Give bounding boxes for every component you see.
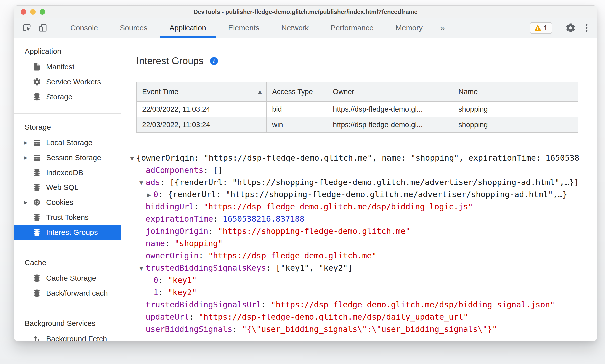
tree-text-segment: trustedBiddingSignalsKeys xyxy=(146,263,266,273)
table-row[interactable]: 22/03/2022, 11:03:24bidhttps://dsp-fledg… xyxy=(137,102,578,117)
devtools-window: DevTools - publisher-fledge-demo.glitch.… xyxy=(14,5,597,341)
table-cell: https://dsp-fledge-demo.gl... xyxy=(327,102,453,117)
toolbar-right-cluster: 1 xyxy=(530,22,591,34)
tree-text-segment: ads xyxy=(146,178,160,187)
tree-row: 1: "key2" xyxy=(121,286,597,299)
sidebar-item-cookies[interactable]: ▶Cookies xyxy=(14,195,121,210)
sidebar-item-label: Session Storage xyxy=(46,153,101,162)
sidebar-item-label: Trust Tokens xyxy=(46,213,89,222)
tab-sources[interactable]: Sources xyxy=(109,18,158,38)
sidebar-item-label: Storage xyxy=(46,93,72,101)
tree-row: expirationTime: 1650538216.837188 xyxy=(121,213,597,225)
sidebar-item-interest-groups[interactable]: Interest Groups xyxy=(14,225,121,240)
sidebar-item-service-workers[interactable]: Service Workers xyxy=(14,74,121,89)
interest-groups-panel: Interest Groups i Event Time▲Access Type… xyxy=(121,38,597,341)
sidebar-item-label: Cache Storage xyxy=(46,274,96,282)
sidebar-item-label: Cookies xyxy=(46,198,73,207)
sidebar-item-trust-tokens[interactable]: Trust Tokens xyxy=(14,210,121,225)
issues-warning-badge[interactable]: 1 xyxy=(530,22,552,34)
sidebar-item-background-fetch[interactable]: Background Fetch xyxy=(14,331,121,341)
section-header-application: Application xyxy=(14,45,121,57)
sidebar-item-back-forward-cach[interactable]: Back/forward cach xyxy=(14,286,121,301)
sidebar-item-manifest[interactable]: Manifest xyxy=(14,59,121,74)
toolbar-separator xyxy=(559,23,559,33)
tree-text-segment: "https://shopping-fledge-demo.glitch.me" xyxy=(218,226,410,236)
warning-icon xyxy=(534,25,541,31)
tree-text-segment: "https://dsp-fledge-demo.glitch.me/dsp/d… xyxy=(199,312,468,322)
tree-row[interactable]: ▼{ownerOrigin: "https://dsp-fledge-demo.… xyxy=(121,152,597,164)
sidebar-item-local-storage[interactable]: ▶Local Storage xyxy=(14,135,121,150)
table-cell: 22/03/2022, 11:03:24 xyxy=(137,117,267,133)
tree-text-segment: name xyxy=(146,239,165,248)
sidebar-item-label: Back/forward cach xyxy=(46,289,108,297)
table-row[interactable]: 22/03/2022, 11:03:24winhttps://dsp-fledg… xyxy=(137,117,578,133)
sidebar-section-cache: CacheCache StorageBack/forward cach xyxy=(14,249,121,310)
column-header-event-time[interactable]: Event Time▲ xyxy=(137,82,267,102)
tree-text-segment: : xyxy=(208,226,218,236)
toolbar-separator xyxy=(52,23,52,33)
tree-row: joiningOrigin: "https://shopping-fledge-… xyxy=(121,225,597,237)
tree-text-segment: : xyxy=(199,251,208,260)
table-icon xyxy=(33,153,41,162)
tree-row[interactable]: ▶0: {renderUrl: "https://shopping-fledge… xyxy=(121,188,597,201)
tree-text-segment: : xyxy=(158,288,168,297)
gear-icon[interactable] xyxy=(565,23,576,33)
tree-row: name: "shopping" xyxy=(121,237,597,250)
tree-text-segment: adComponents xyxy=(146,165,203,175)
gear-icon xyxy=(33,78,41,86)
database-icon xyxy=(33,213,41,222)
expand-triangle-icon[interactable]: ▶ xyxy=(24,155,33,160)
table-cell: shopping xyxy=(453,102,578,117)
sidebar-item-label: IndexedDB xyxy=(46,168,83,177)
tree-text-segment: 0 xyxy=(153,275,158,285)
expand-triangle-icon[interactable]: ▶ xyxy=(24,200,33,205)
triangle-down-icon[interactable]: ▼ xyxy=(130,152,136,165)
sidebar-item-label: Manifest xyxy=(46,63,74,71)
tab-network[interactable]: Network xyxy=(270,18,320,38)
sidebar-item-label: Local Storage xyxy=(46,138,92,147)
sidebar-section-application: ApplicationManifestService WorkersStorag… xyxy=(14,38,121,114)
sidebar-section-storage: Storage▶Local Storage▶Session StorageInd… xyxy=(14,114,121,249)
title-bar: DevTools - publisher-fledge-demo.glitch.… xyxy=(14,6,597,18)
table-cell: 22/03/2022, 11:03:24 xyxy=(137,102,267,117)
tab-console[interactable]: Console xyxy=(59,18,109,38)
warning-count: 1 xyxy=(544,24,548,32)
document-icon xyxy=(33,63,41,71)
column-header-name[interactable]: Name xyxy=(453,82,578,102)
sidebar-item-storage[interactable]: Storage xyxy=(14,89,121,104)
more-tabs-chevron-icon[interactable]: » xyxy=(434,18,451,38)
tree-text-segment: : {renderUrl: "https://shopping-fledge-d… xyxy=(158,190,567,199)
device-toolbar-icon[interactable] xyxy=(38,23,48,33)
info-icon[interactable]: i xyxy=(210,57,218,65)
tab-memory[interactable]: Memory xyxy=(385,18,434,38)
sidebar-item-web-sql[interactable]: Web SQL xyxy=(14,180,121,195)
expand-triangle-icon[interactable]: ▶ xyxy=(24,140,33,145)
tab-application[interactable]: Application xyxy=(158,18,217,38)
column-header-access-type[interactable]: Access Type xyxy=(267,82,327,102)
triangle-down-icon[interactable]: ▼ xyxy=(139,177,146,189)
triangle-down-icon[interactable]: ▼ xyxy=(139,262,146,275)
tree-row[interactable]: ▼trustedBiddingSignalsKeys: ["key1", "ke… xyxy=(121,262,597,274)
inspect-cursor-icon[interactable] xyxy=(22,23,32,33)
tree-text-segment: : xyxy=(189,312,199,322)
interest-group-details-tree: ▼{ownerOrigin: "https://dsp-fledge-demo.… xyxy=(121,147,597,335)
sidebar-item-session-storage[interactable]: ▶Session Storage xyxy=(14,150,121,165)
database-icon xyxy=(33,93,41,101)
database-icon xyxy=(33,274,41,282)
tree-text-segment: : xyxy=(213,214,223,224)
triangle-right-icon[interactable]: ▶ xyxy=(147,189,153,201)
tab-elements[interactable]: Elements xyxy=(217,18,270,38)
window-title: DevTools - publisher-fledge-demo.glitch.… xyxy=(14,6,597,18)
sidebar-item-indexeddb[interactable]: IndexedDB xyxy=(14,165,121,180)
kebab-menu-icon[interactable] xyxy=(582,23,591,33)
tab-performance[interactable]: Performance xyxy=(320,18,385,38)
tree-text-segment: ownerOrigin xyxy=(146,251,199,260)
tree-text-segment: : ["key1", "key2"] xyxy=(266,263,353,273)
column-header-owner[interactable]: Owner xyxy=(327,82,453,102)
tree-text-segment: : [{renderUrl: "https://shopping-fledge-… xyxy=(160,178,579,187)
page-title: Interest Groups xyxy=(136,55,204,66)
tree-row: ownerOrigin: "https://dsp-fledge-demo.gl… xyxy=(121,250,597,262)
tree-row: updateUrl: "https://dsp-fledge-demo.glit… xyxy=(121,311,597,323)
sidebar-item-cache-storage[interactable]: Cache Storage xyxy=(14,271,121,286)
tree-row[interactable]: ▼ads: [{renderUrl: "https://shopping-fle… xyxy=(121,176,597,188)
